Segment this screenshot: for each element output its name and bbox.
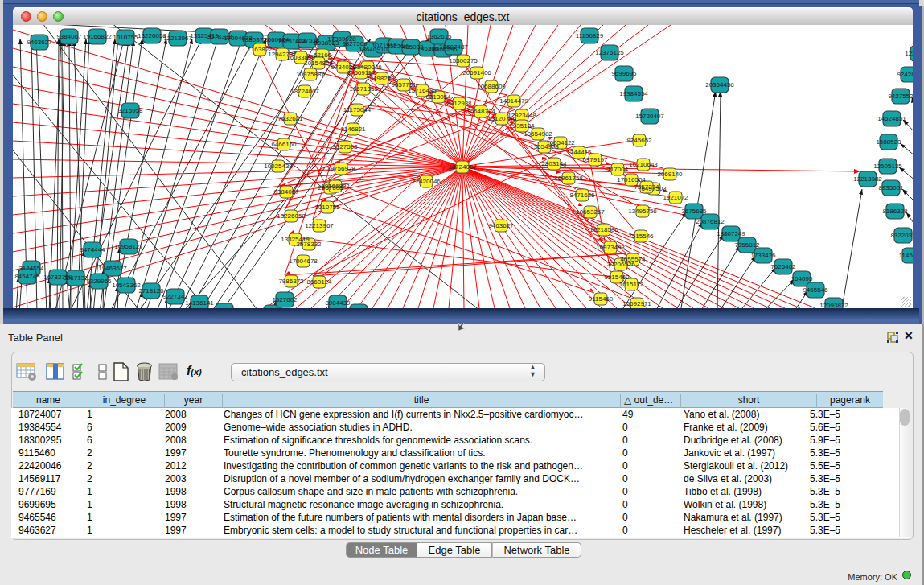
- svg-text:19218506: 19218506: [589, 226, 618, 233]
- svg-text:13654923: 13654923: [530, 143, 559, 150]
- svg-text:8660124: 8660124: [306, 278, 332, 286]
- svg-text:9384067: 9384067: [273, 188, 299, 196]
- svg-text:11156829: 11156829: [576, 32, 604, 39]
- svg-text:18807249: 18807249: [717, 230, 745, 237]
- svg-text:20206526: 20206526: [606, 261, 635, 268]
- svg-text:10543362: 10543362: [112, 282, 141, 289]
- svg-text:3124554: 3124554: [18, 265, 44, 272]
- svg-text:14524851: 14524851: [877, 115, 906, 122]
- svg-text:1145194: 1145194: [899, 252, 913, 259]
- svg-text:3675685: 3675685: [681, 208, 707, 215]
- svg-text:9329966: 9329966: [86, 278, 112, 285]
- svg-text:1733426: 1733426: [750, 252, 776, 259]
- svg-text:2935134: 2935134: [509, 122, 535, 130]
- svg-text:16961758: 16961758: [554, 175, 583, 182]
- svg-text:20876812: 20876812: [696, 218, 725, 225]
- svg-text:16210643: 16210643: [629, 161, 658, 168]
- svg-text:13495756: 13495756: [628, 208, 657, 215]
- svg-text:1615112: 1615112: [619, 281, 644, 288]
- svg-text:7357274: 7357274: [634, 183, 659, 191]
- svg-text:12505135: 12505135: [873, 163, 902, 170]
- svg-text:1588520: 1588520: [876, 138, 901, 146]
- svg-text:7986372: 7986372: [278, 278, 304, 285]
- svg-text:22420046: 22420046: [412, 178, 441, 185]
- svg-text:1010755: 1010755: [113, 34, 138, 41]
- svg-text:18724007: 18724007: [290, 88, 319, 95]
- svg-text:7955812: 7955812: [734, 241, 760, 249]
- svg-text:1244415: 1244415: [566, 149, 592, 156]
- svg-text:164095: 164095: [791, 275, 813, 282]
- svg-text:8322037: 8322037: [890, 232, 913, 239]
- svg-text:19463627: 19463627: [98, 265, 127, 272]
- svg-text:9384067: 9384067: [56, 33, 82, 40]
- svg-text:9463627: 9463627: [27, 39, 52, 46]
- svg-text:18724007: 18724007: [448, 163, 477, 171]
- svg-text:12093872: 12093872: [819, 302, 848, 308]
- svg-text:17957225: 17957225: [210, 307, 239, 308]
- svg-text:19166822: 19166822: [83, 33, 112, 40]
- svg-text:12213967: 12213967: [163, 35, 192, 42]
- svg-text:2718126: 2718126: [138, 287, 164, 295]
- svg-text:9242845: 9242845: [897, 71, 913, 78]
- svg-text:11175044: 11175044: [343, 106, 372, 113]
- svg-text:10154808: 10154808: [304, 60, 333, 67]
- svg-text:9115460: 9115460: [589, 295, 614, 303]
- svg-text:7515546: 7515546: [628, 233, 654, 240]
- svg-text:10975887: 10975887: [296, 71, 325, 78]
- svg-text:7632621: 7632621: [277, 115, 303, 122]
- svg-text:9327508: 9327508: [332, 143, 358, 150]
- svg-text:19166822: 19166822: [321, 183, 350, 190]
- svg-text:19756928: 19756928: [326, 165, 355, 172]
- svg-text:8904439: 8904439: [325, 299, 351, 307]
- svg-text:1362615: 1362615: [426, 33, 452, 40]
- svg-text:16671355: 16671355: [349, 85, 378, 93]
- svg-text:9699695: 9699695: [611, 70, 637, 77]
- svg-text:12923448: 12923448: [507, 112, 536, 119]
- svg-text:9465546: 9465546: [803, 286, 828, 294]
- svg-text:9427552: 9427552: [888, 93, 913, 100]
- svg-text:14914479: 14914479: [499, 97, 528, 105]
- svg-text:17004678: 17004678: [289, 257, 318, 265]
- svg-text:12213382: 12213382: [853, 175, 882, 183]
- svg-text:9146821: 9146821: [340, 126, 366, 133]
- svg-text:6466160: 6466160: [271, 141, 297, 148]
- svg-text:7986372: 7986372: [241, 36, 267, 43]
- svg-text:12375125: 12375125: [595, 49, 624, 56]
- svg-text:10653267: 10653267: [576, 208, 605, 216]
- svg-text:9915460: 9915460: [604, 274, 630, 281]
- svg-text:3578332: 3578332: [296, 241, 322, 248]
- svg-text:2069140: 2069140: [657, 171, 683, 178]
- svg-text:15300275: 15300275: [449, 57, 478, 64]
- svg-text:1010755: 1010755: [314, 204, 340, 211]
- svg-text:13226058: 13226058: [277, 212, 306, 220]
- svg-text:20691406: 20691406: [462, 69, 491, 76]
- svg-text:10607487: 10607487: [439, 43, 468, 51]
- svg-text:2803144: 2803144: [541, 160, 567, 167]
- svg-text:19384554: 19384554: [619, 90, 648, 97]
- svg-text:17016504: 17016504: [617, 176, 646, 183]
- svg-text:8186328: 8186328: [882, 208, 908, 215]
- svg-text:10654982: 10654982: [524, 130, 552, 138]
- svg-text:62160: 62160: [314, 51, 332, 59]
- svg-text:20364456: 20364456: [705, 81, 734, 89]
- svg-text:8267130: 8267130: [63, 274, 88, 282]
- svg-text:1527602: 1527602: [272, 296, 298, 303]
- svg-text:3215958: 3215958: [117, 107, 143, 114]
- svg-text:117004: 117004: [607, 166, 629, 173]
- svg-text:12213967: 12213967: [305, 222, 334, 229]
- svg-text:16648784: 16648784: [466, 108, 495, 115]
- svg-text:7625402: 7625402: [770, 263, 796, 270]
- svg-text:15720407: 15720407: [635, 113, 664, 120]
- svg-text:12353594: 12353594: [905, 50, 913, 57]
- svg-text:10688609: 10688609: [477, 83, 506, 90]
- svg-text:1921072: 1921072: [663, 194, 688, 201]
- svg-text:10973493: 10973493: [596, 244, 625, 251]
- svg-text:15692971: 15692971: [622, 300, 651, 307]
- svg-text:9463627: 9463627: [488, 222, 514, 229]
- svg-text:9474444: 9474444: [80, 246, 105, 253]
- svg-text:8454749: 8454749: [14, 273, 40, 280]
- svg-text:10025438: 10025438: [264, 163, 293, 170]
- svg-text:14136141: 14136141: [185, 299, 214, 307]
- svg-text:9245652: 9245652: [626, 137, 652, 144]
- svg-text:8912938: 8912938: [446, 100, 472, 107]
